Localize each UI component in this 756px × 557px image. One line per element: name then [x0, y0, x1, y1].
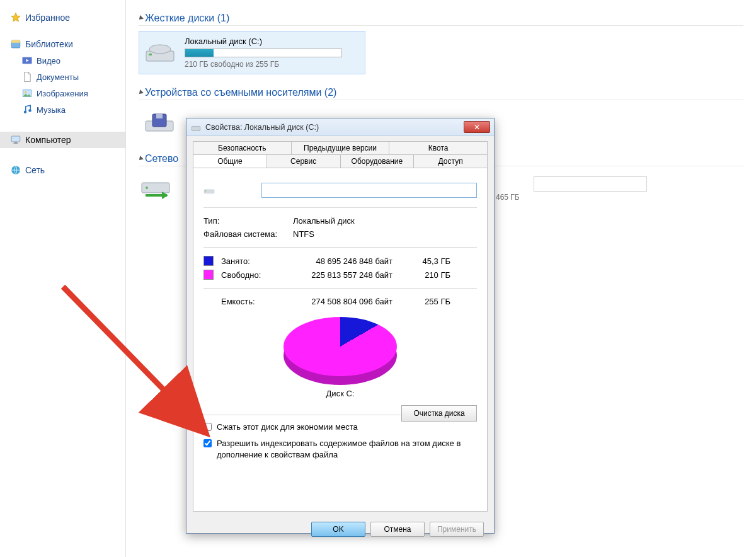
- dialog-title: Свойства: Локальный диск (C:): [205, 123, 319, 132]
- value-capacity-gb: 255 ГБ: [413, 297, 450, 306]
- compress-checkbox[interactable]: [203, 423, 212, 431]
- group-title: Сетево: [145, 153, 178, 164]
- label-compress: Сжать этот диск для экономии места: [217, 422, 358, 433]
- svg-rect-20: [192, 126, 200, 130]
- tab-row-1: Безопасность Предыдущие версии Квота: [186, 136, 494, 154]
- sidebar-label: Музыка: [37, 105, 66, 115]
- dialog-titlebar[interactable]: Свойства: Локальный диск (C:) ✕: [186, 118, 494, 136]
- sidebar-label: Документы: [37, 72, 79, 82]
- label-free: Свободно:: [221, 270, 278, 280]
- music-icon: [21, 104, 33, 115]
- libraries-icon: [10, 38, 21, 50]
- value-used-bytes: 48 695 246 848 байт: [285, 256, 392, 266]
- chevron-down-icon: [137, 156, 144, 162]
- sidebar-label: Избранное: [25, 13, 70, 23]
- documents-icon: [21, 71, 33, 83]
- tab-row-2: Общие Сервис Оборудование Доступ: [186, 154, 494, 168]
- svg-rect-8: [11, 136, 20, 142]
- sidebar-item-music[interactable]: Музыка: [0, 101, 125, 118]
- drive-icon: [190, 122, 202, 132]
- svg-rect-10: [13, 143, 18, 144]
- swatch-used: [203, 256, 214, 266]
- dialog-button-row: OK Отмена Применить: [186, 518, 494, 544]
- sidebar-item-computer[interactable]: Компьютер: [0, 132, 125, 148]
- tab-tools[interactable]: Сервис: [267, 154, 341, 168]
- sidebar-label: Библиотеки: [25, 39, 73, 49]
- sidebar-label: Видео: [37, 56, 60, 66]
- tab-quota[interactable]: Квота: [389, 141, 488, 154]
- close-button[interactable]: ✕: [464, 121, 490, 133]
- disk-label: Диск C:: [203, 389, 477, 398]
- drive-name: Локальный диск (C:): [185, 37, 360, 46]
- sidebar-item-favorites[interactable]: Избранное: [0, 9, 125, 26]
- disk-cleanup-button[interactable]: Очистка диска: [401, 405, 477, 422]
- tab-general[interactable]: Общие: [193, 154, 267, 168]
- properties-dialog: Свойства: Локальный диск (C:) ✕ Безопасн…: [186, 118, 495, 534]
- group-title: Жесткие диски (1): [145, 13, 229, 24]
- drive-free-text: 210 ГБ свободно из 255 ГБ: [185, 60, 360, 69]
- group-header-removable[interactable]: Устройства со съемными носителями (2): [139, 87, 743, 100]
- drive-space-bar: [185, 49, 342, 57]
- value-capacity-bytes: 274 508 804 096 байт: [285, 297, 392, 306]
- sidebar-item-images[interactable]: Изображения: [0, 85, 125, 101]
- svg-rect-9: [14, 142, 18, 144]
- cancel-button[interactable]: Отмена: [370, 522, 425, 537]
- video-icon: [21, 55, 33, 66]
- value-free-bytes: 225 813 557 248 байт: [285, 270, 392, 280]
- star-icon: [10, 12, 21, 23]
- swatch-free: [203, 270, 214, 280]
- group-title: Устройства со съемными носителями (2): [145, 87, 336, 98]
- chevron-down-icon: [137, 15, 144, 21]
- close-icon: ✕: [474, 123, 480, 132]
- svg-point-7: [28, 109, 32, 112]
- label-index: Разрешить индексировать содержимое файло…: [217, 438, 477, 461]
- tab-sharing[interactable]: Доступ: [414, 154, 488, 168]
- svg-rect-22: [205, 190, 207, 191]
- disk-usage-pie: [284, 317, 397, 386]
- sidebar-item-videos[interactable]: Видео: [0, 52, 125, 69]
- value-used-gb: 45,3 ГБ: [413, 256, 450, 266]
- tab-security[interactable]: Безопасность: [193, 141, 292, 154]
- sidebar-item-documents[interactable]: Документы: [0, 69, 125, 85]
- tab-hardware[interactable]: Оборудование: [341, 154, 415, 168]
- svg-rect-21: [204, 190, 214, 193]
- svg-point-19: [146, 187, 148, 189]
- network-drive-size: 465 ГБ: [496, 193, 647, 202]
- svg-rect-17: [156, 114, 163, 118]
- svg-rect-1: [11, 40, 20, 43]
- label-used: Занято:: [221, 256, 278, 266]
- floppy-drive-icon: [144, 110, 175, 135]
- sidebar-label: Компьютер: [25, 135, 71, 145]
- label-filesystem: Файловая система:: [203, 229, 285, 239]
- sidebar-label: Сеть: [25, 165, 45, 175]
- sidebar-item-network[interactable]: Сеть: [0, 162, 125, 178]
- network-drive-input[interactable]: [534, 176, 647, 192]
- sidebar-label: Изображения: [37, 89, 88, 98]
- index-checkbox[interactable]: [203, 439, 212, 447]
- drive-icon: [203, 181, 215, 199]
- drive-item-c[interactable]: Локальный диск (C:) 210 ГБ свободно из 2…: [139, 31, 365, 74]
- ok-button[interactable]: OK: [311, 522, 365, 537]
- svg-point-14: [149, 45, 171, 54]
- tab-page-general: Тип: Локальный диск Файловая система: NT…: [193, 168, 488, 512]
- apply-button[interactable]: Применить: [430, 522, 484, 537]
- chevron-down-icon: [137, 89, 144, 96]
- tab-previous-versions[interactable]: Предыдущие версии: [292, 141, 390, 154]
- drive-space-fill: [185, 49, 214, 57]
- svg-point-5: [25, 91, 26, 93]
- network-icon: [10, 164, 21, 176]
- label-type: Тип:: [203, 216, 285, 226]
- images-icon: [21, 88, 33, 99]
- value-filesystem: NTFS: [293, 229, 314, 239]
- label-capacity: Емкость:: [221, 297, 278, 306]
- group-header-hard-disks[interactable]: Жесткие диски (1): [139, 13, 743, 26]
- value-free-gb: 210 ГБ: [413, 270, 450, 280]
- drive-icon: [144, 40, 176, 66]
- svg-point-6: [24, 111, 27, 114]
- svg-rect-13: [149, 54, 152, 55]
- computer-icon: [10, 134, 21, 146]
- navigation-sidebar: Избранное Библиотеки Видео Документы Изо…: [0, 0, 126, 557]
- drive-label-input[interactable]: [261, 183, 477, 198]
- value-type: Локальный диск: [293, 216, 355, 226]
- sidebar-item-libraries[interactable]: Библиотеки: [0, 36, 125, 52]
